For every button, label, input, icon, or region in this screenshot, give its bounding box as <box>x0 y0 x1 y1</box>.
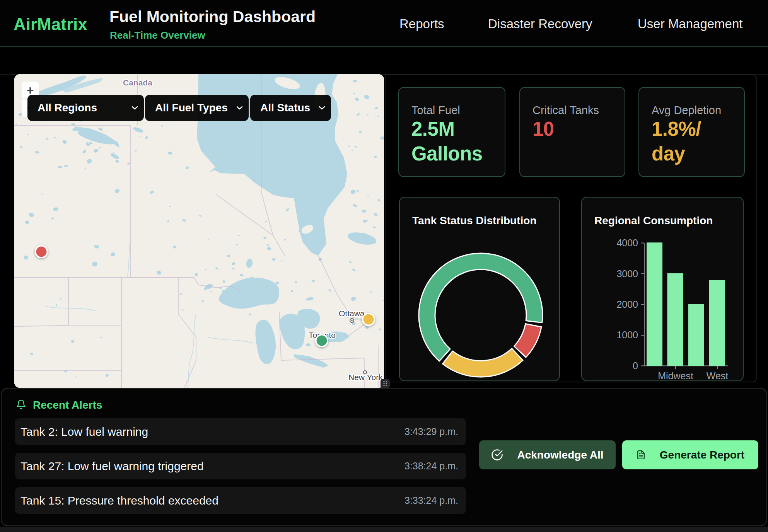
svg-text:Ottawa: Ottawa <box>339 309 365 318</box>
svg-text:3000: 3000 <box>616 268 638 279</box>
svg-text:Canada: Canada <box>123 78 152 87</box>
svg-text:West: West <box>707 370 729 381</box>
svg-text:1000: 1000 <box>616 329 638 340</box>
svg-text:4000: 4000 <box>616 237 638 248</box>
svg-text:Midwest: Midwest <box>658 370 693 381</box>
svg-text:2000: 2000 <box>616 299 638 310</box>
svg-text:0: 0 <box>633 360 638 371</box>
